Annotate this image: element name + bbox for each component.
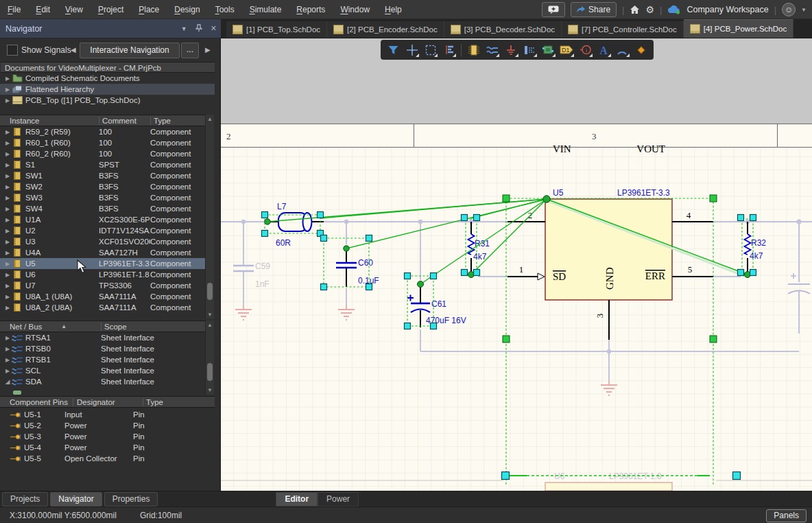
column-header-type[interactable]: Type bbox=[151, 117, 204, 125]
filter-icon[interactable] bbox=[385, 41, 402, 58]
component-icon[interactable] bbox=[465, 41, 482, 58]
scroll-down-icon[interactable]: ▼ bbox=[206, 387, 214, 393]
scroll-up-icon[interactable]: ▲ bbox=[206, 322, 214, 328]
table-row[interactable]: ▶U2IDT71V124SA1Component bbox=[0, 225, 205, 236]
menu-file[interactable]: File bbox=[0, 0, 28, 19]
text-icon[interactable]: A bbox=[595, 41, 612, 58]
menu-reports[interactable]: Reports bbox=[289, 0, 333, 19]
comment-button[interactable] bbox=[542, 2, 565, 17]
column-header-type[interactable]: Type bbox=[143, 398, 198, 406]
schematic-canvas[interactable]: 2 3 bbox=[221, 38, 812, 491]
view-tab-editor[interactable]: Editor bbox=[276, 492, 318, 507]
designator-icon[interactable]: D1 bbox=[558, 41, 575, 58]
table-row[interactable]: ▶RTSA1Sheet Interface bbox=[0, 332, 205, 343]
tree-item-flattened-hierarchy[interactable]: ▶ Flattened Hierarchy bbox=[0, 84, 215, 95]
directive-icon[interactable]: i bbox=[577, 41, 594, 58]
column-header-scope[interactable]: Scope bbox=[102, 323, 204, 331]
doc-tab-pcb-top[interactable]: [1] PCB_Top.SchDoc bbox=[226, 21, 327, 38]
pin-icon[interactable] bbox=[191, 24, 206, 34]
menu-tools[interactable]: Tools bbox=[208, 0, 242, 19]
table-row[interactable]: ▶U8A_1 (U8A)SAA7111AComponent bbox=[0, 291, 205, 302]
doc-tab-pcb-decoder[interactable]: [3] PCB_Decoder.SchDoc bbox=[444, 21, 562, 38]
table-row-expanded-sda[interactable]: ◢SDASheet Interface bbox=[0, 376, 205, 387]
show-signals-checkbox[interactable] bbox=[7, 45, 18, 56]
nav-back-arrow[interactable]: ◀ bbox=[68, 44, 79, 56]
tree-item-pcb-top[interactable]: ▶ PCB_Top ([1] PCB_Top.SchDoc) bbox=[0, 95, 215, 106]
align-icon[interactable] bbox=[440, 41, 457, 58]
table-row[interactable]: U5-2PowerPin bbox=[0, 420, 215, 431]
table-row[interactable]: U5-4PowerPin bbox=[0, 442, 215, 453]
doc-tab-pcb-power[interactable]: [4] PCB_Power.SchDoc bbox=[684, 19, 793, 38]
menu-edit[interactable]: Edit bbox=[28, 0, 58, 19]
close-icon[interactable]: ✕ bbox=[206, 24, 221, 33]
table-row[interactable]: ▶RTSB0Sheet Interface bbox=[0, 343, 205, 354]
more-options-button[interactable]: ... bbox=[181, 43, 199, 58]
tree-item-compiled-docs[interactable]: ▶ Compiled Schematic Documents bbox=[0, 73, 215, 84]
net-scrollbar[interactable]: ▲ ▼ bbox=[205, 321, 214, 395]
table-row[interactable]: U5-3PowerPin bbox=[0, 431, 215, 442]
menu-simulate[interactable]: Simulate bbox=[242, 0, 289, 19]
junction-icon[interactable] bbox=[632, 41, 649, 58]
chevron-down-icon[interactable]: ▼ bbox=[801, 7, 807, 13]
table-row[interactable]: ▶R59_2 (R59)100Component bbox=[0, 126, 205, 137]
table-row[interactable]: ▶U1AXC2S300E-6PQComponent bbox=[0, 214, 205, 225]
table-row[interactable]: ▶SW1B3FSComponent bbox=[0, 170, 205, 181]
doc-tab-pcb-controller[interactable]: [7] PCB_Controller.SchDoc bbox=[562, 21, 684, 38]
expand-arrow-icon[interactable]: ▶ bbox=[4, 97, 11, 104]
sheet-symbol-icon[interactable] bbox=[540, 41, 557, 58]
share-button[interactable]: Share bbox=[571, 2, 617, 17]
table-row-partial[interactable] bbox=[0, 387, 205, 395]
scrollbar-thumb[interactable] bbox=[207, 363, 213, 381]
menu-design[interactable]: Design bbox=[167, 0, 207, 19]
expand-arrow-icon[interactable]: ▶ bbox=[4, 86, 11, 93]
home-icon[interactable] bbox=[630, 5, 640, 14]
panel-menu-icon[interactable]: ▼ bbox=[177, 25, 191, 32]
column-header-component-pins[interactable]: Component Pins bbox=[0, 398, 73, 406]
nav-forward-arrow[interactable]: ▶ bbox=[202, 44, 213, 56]
wire-icon[interactable] bbox=[483, 41, 501, 58]
pin-icon[interactable] bbox=[521, 41, 538, 58]
schematic-editor[interactable]: 2 3 bbox=[221, 38, 812, 491]
panels-button[interactable]: Panels bbox=[766, 509, 807, 522]
table-row[interactable]: U5-1InputPin bbox=[0, 409, 215, 420]
table-row-selected-u5[interactable]: ▶U5LP3961ET-3.3Component bbox=[0, 258, 205, 269]
selection-icon[interactable] bbox=[422, 41, 439, 58]
table-row[interactable]: ▶U7TPS3306Component bbox=[0, 280, 205, 291]
table-row[interactable]: ▶SCLSheet Interface bbox=[0, 365, 205, 376]
table-row[interactable]: ▶U4ASAA7127HComponent bbox=[0, 247, 205, 258]
arc-icon[interactable] bbox=[614, 41, 631, 58]
column-header-instance[interactable]: Instance bbox=[0, 117, 99, 125]
instance-scrollbar[interactable]: ▲ ▼ bbox=[205, 115, 214, 319]
table-row[interactable]: ▶SW2B3FSComponent bbox=[0, 181, 205, 192]
workspace-label[interactable]: Company Workspace bbox=[686, 5, 768, 14]
user-avatar[interactable]: ☺ bbox=[782, 3, 796, 16]
table-row[interactable]: ▶SW4B3FSComponent bbox=[0, 203, 205, 214]
settings-gear-icon[interactable]: ⚙ bbox=[645, 4, 654, 15]
menu-window[interactable]: Window bbox=[333, 0, 377, 19]
column-header-net-bus[interactable]: Net / Bus▲ bbox=[0, 323, 102, 331]
menu-place[interactable]: Place bbox=[131, 0, 167, 19]
scroll-down-icon[interactable]: ▼ bbox=[206, 312, 214, 318]
cursor-icon[interactable] bbox=[403, 41, 420, 58]
table-row[interactable]: ▶U3XCF01SVO20CComponent bbox=[0, 236, 205, 247]
table-row[interactable]: ▶U6LP3961ET-1.8Component bbox=[0, 269, 205, 280]
view-tab-power[interactable]: Power bbox=[318, 492, 359, 507]
column-header-comment[interactable]: Comment bbox=[99, 117, 151, 125]
table-row[interactable]: U5-5Open CollectorPin bbox=[0, 453, 215, 464]
table-row[interactable]: ▶SW3B3FSComponent bbox=[0, 192, 205, 203]
table-row[interactable]: ▶R60_2 (R60)100Component bbox=[0, 148, 205, 159]
menu-view[interactable]: View bbox=[58, 0, 91, 19]
expand-arrow-icon[interactable]: ▶ bbox=[4, 75, 11, 82]
table-row[interactable]: ▶U8A_2 (U8A)SAA7111AComponent bbox=[0, 302, 205, 313]
interactive-navigation-button[interactable]: Interactive Navigation bbox=[80, 43, 180, 58]
panel-tab-navigator[interactable]: Navigator bbox=[50, 492, 102, 507]
power-port-icon[interactable] bbox=[502, 41, 519, 58]
table-row[interactable]: ▶R60_1 (R60)100Component bbox=[0, 137, 205, 148]
doc-tab-pcb-encoder[interactable]: [2] PCB_Encoder.SchDoc bbox=[327, 21, 444, 38]
menu-help[interactable]: Help bbox=[377, 0, 409, 19]
scroll-up-icon[interactable]: ▲ bbox=[206, 116, 214, 122]
column-header-designator[interactable]: Designator bbox=[73, 398, 143, 406]
table-row[interactable]: ▶S1SPSTComponent bbox=[0, 159, 205, 170]
scrollbar-thumb[interactable] bbox=[207, 283, 213, 300]
menu-project[interactable]: Project bbox=[91, 0, 131, 19]
